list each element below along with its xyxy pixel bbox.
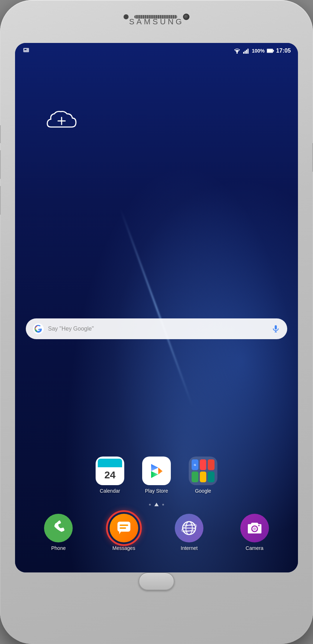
google-search-bar[interactable]: Say "Hey Google": [26, 318, 287, 339]
status-right: 100% 17:05: [233, 48, 291, 54]
svg-rect-3: [243, 52, 244, 54]
svg-point-27: [253, 527, 256, 530]
wifi-icon: [233, 48, 241, 54]
mini-youtube-icon: [200, 459, 207, 470]
svg-point-28: [258, 525, 260, 526]
camera-app[interactable]: Camera: [240, 514, 269, 551]
front-camera: [183, 14, 189, 20]
calendar-date: 24: [98, 467, 122, 483]
dock: Phone Messages: [15, 514, 298, 551]
signal-icon: [243, 48, 250, 54]
messages-app[interactable]: Messages: [110, 514, 138, 551]
messages-highlight-ring: [106, 510, 142, 546]
brand-logo: SAMSUNG: [129, 17, 184, 26]
mini-duo-icon: [208, 472, 215, 482]
battery-percentage: 100%: [252, 48, 265, 54]
volume-down-button[interactable]: [0, 150, 1, 179]
status-left: [22, 47, 30, 55]
svg-rect-1: [24, 49, 27, 50]
play-triangle-icon: [147, 461, 167, 481]
status-time: 17:05: [276, 48, 291, 54]
battery-icon: [267, 48, 274, 53]
bixby-button[interactable]: [0, 186, 1, 215]
calendar-label: Calendar: [100, 488, 120, 494]
volume-up-button[interactable]: [0, 125, 1, 143]
svg-rect-4: [245, 51, 246, 54]
home-indicator: [154, 503, 159, 506]
phone-svg: [50, 520, 66, 536]
calendar-app[interactable]: 24 Calendar: [96, 457, 124, 494]
svg-rect-8: [267, 49, 273, 52]
mini-drive-icon: [200, 472, 207, 482]
phone-screen: 100% 17:05: [15, 43, 298, 572]
svg-rect-9: [273, 50, 274, 52]
phone-device: SAMSUNG: [0, 0, 313, 644]
svg-rect-6: [247, 49, 249, 54]
light-streak: [120, 208, 193, 408]
internet-label: Internet: [181, 545, 198, 551]
home-button[interactable]: [139, 572, 174, 590]
page-indicators: [15, 503, 298, 506]
cloud-plus-icon: [44, 107, 80, 134]
svg-point-2: [236, 52, 238, 54]
front-sensor: [124, 14, 129, 19]
phone-app[interactable]: Phone: [44, 514, 73, 551]
google-folder-app[interactable]: G Google: [189, 457, 217, 494]
internet-app[interactable]: Internet: [175, 514, 203, 551]
phone-icon: [44, 514, 73, 542]
microphone-icon[interactable]: [271, 325, 280, 333]
internet-icon: [175, 514, 203, 542]
mini-google-icon: G: [192, 459, 198, 470]
playstore-app[interactable]: Play Store: [142, 457, 171, 494]
notification-icon: [22, 47, 30, 55]
cloud-widget[interactable]: [44, 107, 80, 136]
svg-rect-5: [246, 50, 247, 54]
camera-icon: [240, 514, 269, 542]
mini-gmail-icon: [208, 459, 215, 470]
google-folder-icon: G: [189, 457, 217, 485]
google-logo: [33, 323, 44, 334]
messages-label: Messages: [112, 545, 135, 551]
camera-label: Camera: [246, 545, 264, 551]
page-dot-2: [162, 504, 164, 506]
phone-label: Phone: [51, 545, 66, 551]
calendar-icon: 24: [96, 457, 124, 485]
svg-rect-13: [275, 325, 277, 330]
playstore-icon: [142, 457, 171, 485]
playstore-label: Play Store: [145, 488, 168, 494]
google-folder-label: Google: [195, 488, 211, 494]
page-dot-1: [149, 504, 151, 506]
camera-svg: [246, 520, 263, 536]
internet-svg: [180, 519, 198, 537]
app-grid: 24 Calendar: [15, 457, 298, 494]
search-placeholder: Say "Hey Google": [48, 326, 267, 332]
mini-maps-icon: [192, 472, 198, 482]
status-bar: 100% 17:05: [15, 43, 298, 59]
